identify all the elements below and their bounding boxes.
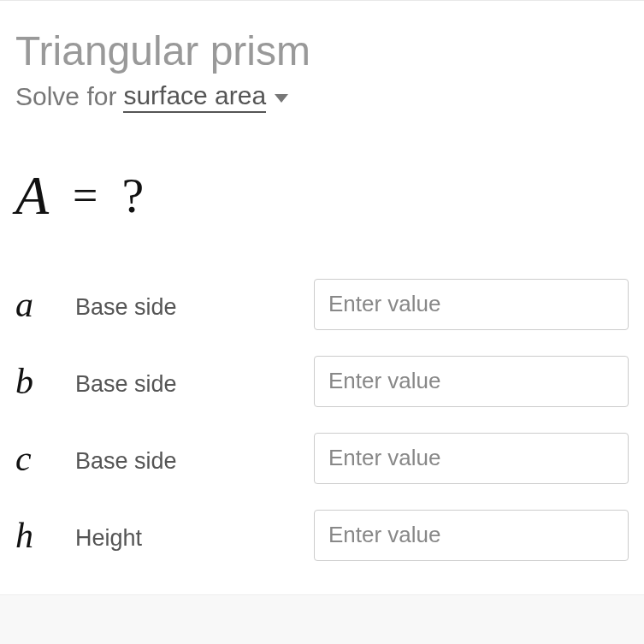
formula-rhs: ? (121, 167, 144, 224)
param-input-c[interactable] (314, 433, 629, 484)
param-input-b[interactable] (314, 356, 629, 407)
chevron-down-icon (275, 94, 288, 103)
param-symbol-a: a (15, 284, 75, 325)
param-symbol-b: b (15, 361, 75, 402)
solve-for-row: Solve for surface area (15, 81, 629, 113)
param-row-a: a Base side (15, 279, 629, 330)
param-symbol-c: c (15, 438, 75, 479)
param-symbol-h: h (15, 515, 75, 556)
param-label-c: Base side (75, 441, 314, 475)
param-row-h: h Height (15, 510, 629, 561)
param-label-a: Base side (75, 287, 314, 321)
formula-eq: = (73, 170, 97, 221)
bottom-panel (0, 594, 644, 644)
param-label-b: Base side (75, 364, 314, 398)
solve-for-label: Solve for (15, 82, 116, 111)
formula-lhs: A (15, 164, 49, 227)
param-input-a[interactable] (314, 279, 629, 330)
page-title: Triangular prism (15, 27, 629, 76)
solve-for-selector[interactable]: surface area (123, 81, 288, 113)
solve-for-value: surface area (123, 81, 266, 113)
param-row-b: b Base side (15, 356, 629, 407)
calculator-panel: Triangular prism Solve for surface area … (0, 1, 644, 561)
param-row-c: c Base side (15, 433, 629, 484)
param-label-h: Height (75, 518, 314, 552)
formula-display: A = ? (15, 164, 629, 227)
param-input-h[interactable] (314, 510, 629, 561)
